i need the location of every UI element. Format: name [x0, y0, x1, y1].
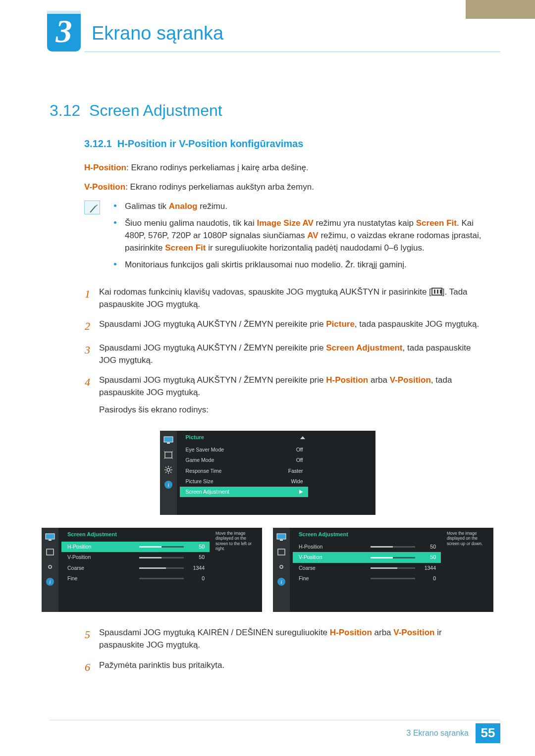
osd-item-value: Off: [296, 446, 303, 454]
highlight: AV: [307, 231, 318, 240]
osd-sidebar: i: [160, 431, 177, 515]
slider-track: [371, 567, 415, 569]
osd-item-value: 1344: [419, 564, 436, 572]
svg-text:i: i: [49, 579, 51, 585]
osd-item-label: Coarse: [67, 564, 104, 572]
frame-icon: [163, 450, 174, 460]
slider-fill: [371, 557, 393, 558]
svg-rect-16: [47, 549, 54, 555]
footer: 3 Ekrano sąranka 55: [407, 723, 500, 743]
slider-track: [371, 578, 415, 579]
slider-fill: [371, 567, 397, 569]
section-title: Screen Adjustment: [89, 101, 222, 119]
osd-main: Picture Eye Saver ModeOffGame ModeOffRes…: [177, 431, 311, 515]
osd-item: Eye Saver ModeOff: [180, 445, 308, 455]
osd-slider: 50: [104, 554, 205, 561]
osd-slider: 0: [335, 575, 436, 582]
step: 2 Spausdami JOG mygtuką AUKŠTYN / ŽEMYN …: [79, 318, 485, 334]
osd-item-label: Game Mode: [186, 456, 214, 464]
step-number: 6: [79, 659, 90, 675]
slider-fill: [139, 567, 166, 569]
header: 3 Ekrano sąranka: [0, 0, 535, 59]
frame-icon: [276, 547, 287, 557]
osd-item-value: Faster: [288, 467, 303, 475]
osd-item-label: Coarse: [299, 564, 335, 572]
step-tail: Pasirodys šis ekrano rodinys:: [99, 404, 485, 416]
text: Šiuo meniu galima naudotis, tik kai: [125, 218, 257, 228]
text: Kai rodomas funkcinių klavišų vadovas, s…: [99, 287, 431, 297]
osd-item-label: Eye Saver Mode: [186, 446, 224, 454]
text: Spausdami JOG mygtuką AUKŠTYN / ŽEMYN pe…: [99, 343, 326, 353]
subsection-title: H-Position ir V-Position konfigūravimas: [117, 138, 304, 149]
step-body: Pažymėta parinktis bus pritaikyta.: [99, 659, 485, 672]
osd-item: Fine0: [61, 573, 210, 584]
highlight: Screen Fit: [165, 243, 206, 252]
svg-rect-21: [280, 540, 283, 541]
svg-rect-1: [167, 443, 170, 444]
step-number: 2: [79, 318, 90, 334]
svg-rect-20: [277, 534, 286, 539]
osd-title-row: Screen Adjustment: [61, 530, 210, 542]
note-icon: [84, 201, 100, 214]
term: H-Position: [84, 163, 126, 172]
slider-track: [371, 546, 415, 548]
osd-slider: 50: [104, 543, 205, 551]
step-body: Kai rodomas funkcinių klavišų vadovas, s…: [99, 286, 485, 310]
chevron-right-icon: ▶: [299, 488, 303, 496]
osd-item: V-Position50: [293, 552, 441, 562]
osd-item: Coarse1344: [293, 563, 441, 573]
up-arrow-icon: [300, 436, 305, 439]
svg-text:i: i: [280, 579, 282, 585]
term: V-Position: [84, 182, 125, 192]
info-icon: i: [276, 576, 287, 587]
svg-rect-2: [165, 452, 172, 458]
osd-item: Screen Adjustment▶: [180, 487, 308, 497]
highlight: Screen Adjustment: [326, 343, 402, 353]
svg-rect-14: [46, 534, 54, 539]
osd-item-value: Wide: [291, 478, 303, 485]
osd-item-value: Off: [296, 456, 303, 464]
step-number: 3: [79, 342, 90, 358]
menu-icon: [431, 288, 442, 296]
highlight: V-Position: [393, 628, 434, 637]
highlight: Analog: [169, 202, 198, 211]
gear-icon: [163, 464, 174, 475]
osd-blank: [311, 431, 375, 515]
osd-row: i Picture Eye Saver ModeOffGame ModeOffR…: [0, 431, 535, 515]
step-number: 1: [79, 286, 90, 302]
text: režimu yra nustatytas kaip: [314, 218, 416, 228]
section-number: 3.12: [50, 101, 80, 119]
osd-title-row: Screen Adjustment: [293, 530, 441, 542]
info-icon: i: [163, 479, 174, 490]
steps-list-cont: 5 Spausdami JOG mygtuką KAIRĖN / DEŠINĖN…: [79, 627, 485, 675]
svg-line-11: [170, 467, 171, 468]
svg-rect-15: [49, 540, 52, 541]
osd-item: V-Position50: [61, 552, 210, 562]
text: ir sureguliuokite horizontalią padėtį na…: [206, 243, 424, 252]
note-list: Galimas tik Analog režimu. Šiuo meniu ga…: [110, 201, 485, 276]
osd-title-row: Picture: [180, 433, 308, 445]
osd-item-label: V-Position: [67, 554, 104, 561]
osd-item-value: 50: [188, 543, 205, 551]
svg-point-3: [167, 468, 170, 471]
osd-item-label: H-Position: [67, 543, 104, 551]
steps-list: 1 Kai rodomas funkcinių klavišų vadovas,…: [79, 286, 485, 416]
svg-line-10: [165, 472, 166, 473]
osd-item-value: 0: [419, 575, 436, 582]
osd-slider: 50: [335, 554, 436, 561]
highlight: H-Position: [326, 375, 368, 385]
step: 4 Spausdami JOG mygtuką AUKŠTYN / ŽEMYN …: [79, 374, 485, 416]
osd-title: Picture: [186, 434, 204, 442]
step-body: Spausdami JOG mygtuką AUKŠTYN / ŽEMYN pe…: [99, 374, 485, 416]
frame-icon: [45, 547, 55, 557]
osd-item-label: H-Position: [299, 543, 335, 551]
note-item: Galimas tik Analog režimu.: [110, 201, 485, 213]
chapter-title: Ekrano sąranka: [92, 20, 223, 47]
slider-fill: [371, 546, 393, 548]
osd-screen-adjust-h: i Screen Adjustment H-Position50V-Positi…: [42, 528, 262, 612]
osd-item: Response TimeFaster: [180, 466, 308, 476]
definition-vposition: V-Position: Ekrano rodinys perkeliamas a…: [84, 181, 485, 194]
text: , tada paspauskite JOG mygtuką.: [355, 319, 479, 329]
slider-track: [371, 557, 415, 558]
page-number: 55: [476, 723, 500, 743]
